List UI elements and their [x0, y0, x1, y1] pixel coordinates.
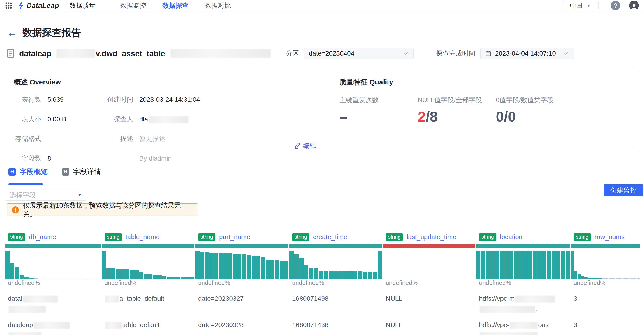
tab-label: 字段概览 — [20, 167, 48, 176]
column-name[interactable]: create_time — [313, 233, 347, 241]
completeness-bar-row_nums — [571, 244, 640, 248]
column-name[interactable]: db_name — [29, 233, 56, 241]
edit-link[interactable]: 编辑 — [294, 141, 316, 150]
avatar[interactable] — [629, 1, 639, 10]
overview-value-create-time: 2023-03-24 14:31:04 — [139, 96, 200, 103]
field-select[interactable]: 选择字段 ▼ — [5, 190, 86, 201]
finish-time-select[interactable]: 2023-04-04 14:07:10 — [480, 48, 574, 59]
chevron-down-icon — [563, 50, 569, 56]
preview-header-row: stringdb_namestringtable_namestringpart_… — [5, 230, 640, 244]
null-pct-label: undefined% — [5, 279, 101, 288]
region-select[interactable]: 中国 ▼ — [562, 1, 599, 10]
histogram-location — [476, 248, 570, 279]
nav-item-data-monitor[interactable]: 数据监控 — [120, 1, 146, 10]
region-value: 中国 — [570, 2, 582, 10]
null-pct-label: undefined% — [195, 279, 288, 288]
histogram-last_update_time — [383, 248, 475, 279]
type-badge: string — [292, 233, 310, 241]
type-badge: string — [574, 233, 591, 241]
nav-item-data-explore[interactable]: 数据探查 — [162, 1, 188, 10]
preview-bar-row — [5, 244, 640, 248]
tab-field-overview[interactable]: H 字段概览 — [8, 167, 48, 176]
page-title: 数据探查报告 — [22, 26, 81, 39]
column-name[interactable]: last_update_time — [407, 233, 456, 241]
column-name[interactable]: row_nums — [594, 233, 625, 241]
redacted-blur — [515, 296, 555, 302]
create-monitor-button[interactable]: 创建监控 — [604, 184, 643, 196]
completeness-bar-table_name — [102, 244, 194, 248]
nav-item-data-compare[interactable]: 数据对比 — [205, 1, 231, 10]
column-header-last_update_time: stringlast_update_time — [383, 230, 475, 244]
apps-grid-icon[interactable] — [5, 2, 12, 9]
preview-pct-row: undefined%undefined%undefined%undefined%… — [5, 279, 640, 288]
table-cell: datal — [5, 288, 101, 314]
redacted-blur — [105, 322, 122, 329]
redacted-blur — [510, 322, 537, 329]
type-badge: string — [386, 233, 403, 241]
column-name[interactable]: location — [500, 233, 523, 241]
divider — [54, 168, 55, 176]
overview-label: 存储格式 — [14, 134, 41, 143]
dataleap-logo[interactable]: DataLeap — [17, 1, 59, 10]
preview-table: stringdb_namestringtable_namestringpart_… — [5, 230, 640, 335]
logo-text: DataLeap — [26, 2, 59, 10]
back-arrow-icon[interactable]: ← — [7, 28, 17, 38]
tab-field-detail[interactable]: H 字段详情 — [62, 167, 101, 176]
stat-zero-fields: 0值字段/数值类字段 0/0 — [496, 96, 574, 125]
overview-value-field-count: 8 — [47, 155, 96, 162]
overview-value-explorer: dla — [139, 116, 200, 123]
table-name-mid: v.dwd_asset_table_ — [96, 49, 170, 58]
null-pct-label: undefined% — [571, 279, 640, 288]
tab-label: 字段详情 — [73, 167, 101, 176]
redacted-blur — [170, 49, 271, 58]
hive-table-icon: H — [8, 168, 16, 176]
overview-label: 探查人 — [102, 115, 133, 124]
notice-banner: ! 仅展示最新10条数据，预览数据与该分区的探查结果无关。 — [7, 204, 198, 216]
overview-value-description: 暂无描述 — [139, 134, 200, 143]
stat-value: 2/8 — [418, 108, 496, 125]
column-header-create_time: stringcreate_time — [289, 230, 382, 244]
caret-down-icon: ▼ — [587, 4, 590, 8]
edit-label: 编辑 — [303, 141, 316, 150]
stat-value: 0/0 — [496, 108, 574, 125]
tabs: H 字段概览 H 字段详情 — [8, 167, 101, 176]
summary-card: 概述 Overview 表行数 5,639 创建时间 2023-03-24 14… — [5, 71, 639, 152]
type-badge: string — [479, 233, 496, 241]
quality-title: 质量特征 Quality — [340, 78, 393, 87]
column-header-db_name: stringdb_name — [5, 230, 101, 244]
table-cell: date=20230327 — [195, 288, 288, 314]
table-cell: 3 — [571, 314, 640, 335]
table-cell: 3 — [571, 288, 640, 314]
column-name[interactable]: table_name — [126, 233, 160, 241]
redacted-blur — [56, 49, 95, 58]
help-icon[interactable]: ? — [611, 1, 620, 10]
dataleap-bolt-icon — [17, 1, 25, 10]
overview-label: 创建时间 — [102, 95, 133, 104]
table-cell: NULL — [383, 288, 475, 314]
overview-label: 表大小 — [14, 115, 41, 124]
histogram-part_name — [195, 248, 288, 279]
top-nav: DataLeap 数据质量 数据监控 数据探查 数据对比 中国 ▼ ? — [0, 0, 644, 12]
calendar-icon — [485, 50, 492, 56]
overview-label: 表行数 — [14, 95, 41, 104]
redacted-blur — [9, 332, 41, 335]
redacted-blur — [34, 322, 70, 329]
stat-label: 主键重复次数 — [340, 96, 418, 104]
partition-select[interactable]: date=20230404 — [304, 48, 414, 59]
notice-text: 仅展示最新10条数据，预览数据与该分区的探查结果无关。 — [23, 201, 193, 219]
overview-grid: 表行数 5,639 创建时间 2023-03-24 14:31:04 表大小 0… — [14, 95, 200, 163]
table-cell: 1680071498 — [289, 288, 382, 314]
column-name[interactable]: part_name — [219, 233, 250, 241]
redacted-blur — [480, 332, 538, 335]
table-cell: table_default — [102, 314, 194, 335]
type-badge: string — [8, 233, 25, 241]
redacted-blur — [23, 296, 58, 302]
overview-value-by-author: By dladmin — [139, 155, 200, 162]
column-header-part_name: stringpart_name — [195, 230, 288, 244]
warning-icon: ! — [12, 206, 19, 214]
partition-value: date=20230404 — [309, 50, 399, 57]
pencil-icon — [294, 142, 301, 149]
quality-stats: 主键重复次数 – NULL值字段/全部字段 2/8 0值字段/数值类字段 0/0 — [340, 96, 574, 125]
null-pct-label: undefined% — [383, 279, 475, 288]
completeness-bar-db_name — [5, 244, 101, 248]
